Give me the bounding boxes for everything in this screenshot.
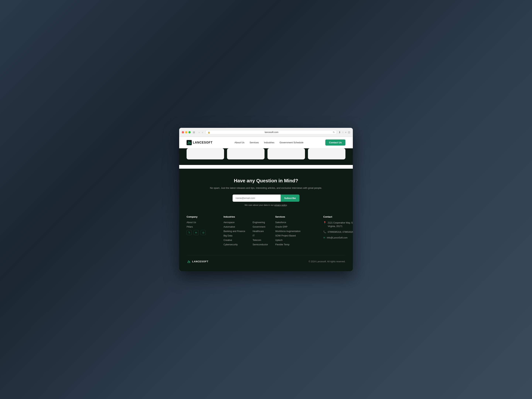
svc-oracle[interactable]: Oracle ERP: [275, 226, 320, 228]
contact-phone-item: 📞 07999385318, 07865432665: [323, 230, 353, 234]
lock-icon: 🔒: [208, 131, 210, 133]
logo-text: LANCESOFT: [193, 141, 213, 144]
footer-logo[interactable]: LANCESOFT: [187, 259, 208, 264]
svc-uptech[interactable]: Uptech: [275, 239, 320, 241]
ind-banking[interactable]: Banking and Finance: [223, 230, 245, 233]
ind-government[interactable]: Government: [253, 226, 268, 228]
ind-healthcare[interactable]: Healthcare: [253, 230, 268, 233]
footer-main: Have any Question in Mind? No spam. Just…: [179, 169, 353, 271]
nav-links: About Us Services Industries Government …: [234, 141, 304, 144]
contact-address-item: 📍 2121 Cooperative Way, Suite 130 Herndo…: [323, 221, 353, 228]
svc-flexible[interactable]: Flexible Temp: [275, 243, 320, 246]
logo-icon: [187, 140, 192, 145]
browser-controls: ‹ ›: [198, 131, 204, 134]
white-divider: [179, 165, 353, 169]
svg-rect-1: [188, 144, 191, 144]
share-icon[interactable]: ↑: [342, 131, 344, 134]
email-icon: ✉: [323, 236, 325, 239]
tabs-icon[interactable]: ⊡: [348, 131, 350, 134]
newsletter-subtitle: No spam. Just the latest releases and ti…: [187, 186, 345, 190]
fullscreen-button[interactable]: [188, 131, 191, 133]
svc-workforce[interactable]: Workforce Augmentation: [275, 230, 320, 233]
footer-about-link[interactable]: About Us: [187, 221, 220, 224]
svc-sow[interactable]: SOW Project Based: [275, 234, 320, 237]
contact-phone: 07999385318, 07865432665: [328, 230, 353, 234]
svc-salesforce[interactable]: Salesforce: [275, 221, 320, 224]
social-links: 𝕏 in ◎: [187, 230, 220, 235]
industries-col-1: Aerospace Automative Banking and Finance…: [223, 221, 245, 248]
ind-semiconductor[interactable]: Semiconductor: [253, 243, 268, 246]
ind-it[interactable]: IT: [253, 234, 268, 237]
email-input[interactable]: [233, 195, 281, 202]
footer-logo-icon: [187, 259, 191, 264]
industries-links: Aerospace Automative Banking and Finance…: [223, 221, 272, 248]
linkedin-icon[interactable]: in: [194, 230, 199, 235]
newsletter-section: Have any Question in Mind? No spam. Just…: [187, 178, 345, 206]
ind-bigdata[interactable]: Big Data: [223, 234, 245, 237]
contact-email: Info@LanceSoft.com: [327, 236, 348, 240]
nav-industries[interactable]: Industries: [264, 141, 274, 144]
new-tab-icon[interactable]: +: [345, 131, 347, 134]
footer-bottom: LANCESOFT © 2024 Lancesoft. All rights r…: [187, 255, 345, 264]
navbar: LANCESOFT About Us Services Industries G…: [179, 137, 353, 148]
newsletter-title: Have any Question in Mind?: [187, 178, 345, 184]
contact-us-button[interactable]: Contact Us: [325, 139, 345, 146]
ind-aerospace[interactable]: Aerospace: [223, 221, 245, 224]
footer-pillars-link[interactable]: Pillars: [187, 226, 220, 228]
hero-card-2: [227, 148, 265, 159]
hero-card-4: [308, 148, 345, 159]
contact-address: 2121 Cooperative Way, Suite 130 Herndon,…: [328, 221, 353, 228]
instagram-icon[interactable]: ◎: [201, 230, 206, 235]
footer-contact-col: Contact 📍 2121 Cooperative Way, Suite 13…: [323, 215, 353, 248]
newsletter-form: Subscribe: [187, 195, 345, 202]
cards-strip: [179, 148, 353, 165]
industries-col-2: Engineering Government Healthcare IT Tel…: [253, 221, 268, 248]
services-title: Services: [275, 215, 320, 218]
company-title: Company: [187, 215, 220, 218]
nav-about[interactable]: About Us: [234, 141, 244, 144]
nav-services[interactable]: Services: [250, 141, 259, 144]
footer-company-col: Company About Us Pillars 𝕏 in ◎: [187, 215, 220, 248]
privacy-note: We care about your data in our privacy p…: [187, 204, 345, 206]
back-button[interactable]: ‹: [198, 131, 200, 134]
ind-engineering[interactable]: Engineering: [253, 221, 268, 224]
browser-window: ⊞ ‹ › 🔒 lancesoft.com ↻ ⬇ ↑ + ⊡ LANCESOF…: [179, 128, 353, 271]
subscribe-button[interactable]: Subscribe: [281, 195, 300, 202]
industries-title: Industries: [223, 215, 272, 218]
close-button[interactable]: [182, 131, 184, 133]
download-icon[interactable]: ⬇: [339, 131, 341, 134]
logo[interactable]: LANCESOFT: [187, 140, 213, 145]
privacy-policy-link[interactable]: privacy policy: [274, 204, 287, 206]
ind-creative[interactable]: Creative: [223, 239, 245, 241]
traffic-lights: [182, 131, 191, 133]
footer-industries-col: Industries Aerospace Automative Banking …: [223, 215, 272, 248]
ind-cybersecurity[interactable]: Cybersecurity: [223, 243, 245, 246]
forward-button[interactable]: ›: [201, 131, 203, 134]
phone-icon: 📞: [323, 231, 326, 233]
svg-rect-3: [188, 262, 190, 263]
hero-card-3: [267, 148, 305, 159]
footer-services-col: Services Salesforce Oracle ERP Workforce…: [275, 215, 320, 248]
reload-icon[interactable]: ↻: [333, 131, 335, 133]
browser-actions: ⬇ ↑ + ⊡: [339, 131, 350, 134]
hero-card-1: [187, 148, 224, 159]
ind-telecom[interactable]: Telecom: [253, 239, 268, 241]
location-icon: 📍: [323, 221, 326, 224]
address-bar[interactable]: 🔒 lancesoft.com ↻: [206, 130, 337, 134]
footer-logo-text: LANCESOFT: [192, 260, 208, 263]
footer-columns: Company About Us Pillars 𝕏 in ◎ Industri…: [187, 215, 345, 248]
ind-automative[interactable]: Automative: [223, 226, 245, 228]
url-text: lancesoft.com: [211, 131, 332, 133]
contact-title: Contact: [323, 215, 353, 218]
twitter-icon[interactable]: 𝕏: [187, 230, 192, 235]
contact-email-item: ✉ Info@LanceSoft.com: [323, 236, 353, 240]
sidebar-icon[interactable]: ⊞: [193, 131, 195, 134]
copyright-text: © 2024 Lancesoft. All rights reserved.: [309, 260, 345, 263]
browser-chrome: ⊞ ‹ › 🔒 lancesoft.com ↻ ⬇ ↑ + ⊡: [179, 128, 353, 137]
nav-gov-schedule[interactable]: Government Schedule: [279, 141, 303, 144]
minimize-button[interactable]: [185, 131, 187, 133]
